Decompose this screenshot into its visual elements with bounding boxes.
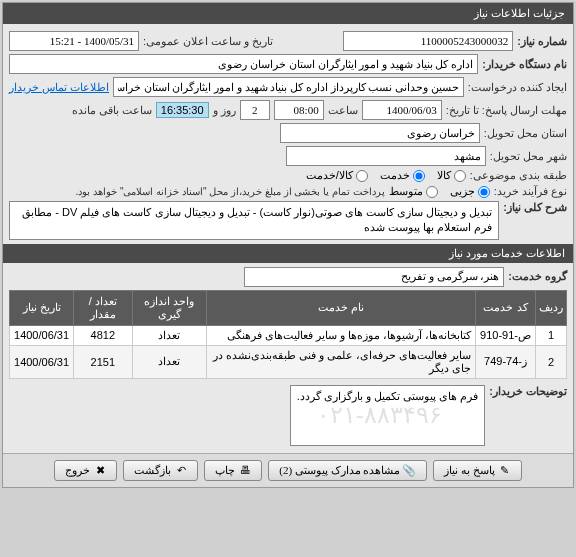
exit-icon: ✖ <box>94 464 106 476</box>
req-no-label: شماره نیاز: <box>517 35 567 48</box>
table-cell: تعداد <box>132 325 206 345</box>
table-row[interactable]: 2ز-74-749سایر فعالیت‌های حرفه‌ای، علمی و… <box>10 345 567 378</box>
group-input[interactable] <box>244 267 504 287</box>
table-header: ردیف <box>536 290 567 325</box>
table-header: نام خدمت <box>206 290 476 325</box>
attachments-button[interactable]: 📎 مشاهده مدارک پیوستی (2) <box>268 460 427 481</box>
radio-goods[interactable]: کالا <box>437 169 466 182</box>
radio-medium[interactable]: متوسط <box>389 185 438 198</box>
print-icon: 🖶 <box>239 464 251 476</box>
remaining-time: 16:35:30 <box>156 102 209 118</box>
table-header: تاریخ نیاز <box>10 290 74 325</box>
button-bar: ✎ پاسخ به نیاز 📎 مشاهده مدارک پیوستی (2)… <box>3 453 573 487</box>
print-button[interactable]: 🖶 چاپ <box>204 460 262 481</box>
table-cell: کتابخانه‌ها، آرشیوها، موزه‌ها و سایر فعا… <box>206 325 476 345</box>
remain-label: ساعت باقی مانده <box>72 104 152 117</box>
description-box: تبدیل و دیجیتال سازی کاست های صوتی(نوار … <box>9 201 499 240</box>
contact-link[interactable]: اطلاعات تماس خریدار <box>9 81 109 94</box>
province-label: استان محل تحویل: <box>484 127 567 140</box>
back-button[interactable]: ↶ بازگشت <box>123 460 198 481</box>
services-subheader: اطلاعات خدمات مورد نیاز <box>3 244 573 263</box>
process-radio-group: جزیی متوسط <box>389 185 490 198</box>
req-no-input[interactable] <box>343 31 513 51</box>
table-cell: تعداد <box>132 345 206 378</box>
buyer-label: نام دستگاه خریدار: <box>482 58 567 71</box>
days-label: روز و <box>213 104 236 117</box>
table-header: واحد اندازه گیری <box>132 290 206 325</box>
table-cell: 1400/06/31 <box>10 325 74 345</box>
deadline-date-input[interactable] <box>362 100 442 120</box>
desc-label: شرح کلی نیاز: <box>503 201 567 214</box>
radio-small[interactable]: جزیی <box>450 185 490 198</box>
days-input[interactable] <box>240 100 270 120</box>
reply-button[interactable]: ✎ پاسخ به نیاز <box>433 460 522 481</box>
reply-icon: ✎ <box>499 464 511 476</box>
group-label: گروه خدمت: <box>508 270 567 283</box>
panel-title: جزئیات اطلاعات نیاز <box>3 3 573 24</box>
creator-label: ایجاد کننده درخواست: <box>468 81 567 94</box>
table-cell: ز-74-749 <box>476 345 536 378</box>
buyer-notes-box: فرم های پیوستی تکمیل و بارگزاری گردد. ۰۲… <box>290 385 485 446</box>
process-label: نوع فرآیند خرید: <box>494 185 567 198</box>
announce-label: تاریخ و ساعت اعلان عمومی: <box>143 35 273 48</box>
attachment-icon: 📎 <box>404 464 416 476</box>
deadline-label: مهلت ارسال پاسخ: تا تاریخ: <box>446 104 567 117</box>
back-icon: ↶ <box>175 464 187 476</box>
services-table: ردیفکد خدمتنام خدمتواحد اندازه گیریتعداد… <box>9 290 567 379</box>
province-input[interactable] <box>280 123 480 143</box>
exit-button[interactable]: ✖ خروج <box>54 460 117 481</box>
table-header: کد خدمت <box>476 290 536 325</box>
table-cell: 2 <box>536 345 567 378</box>
subject-type-label: طبقه بندی موضوعی: <box>470 169 567 182</box>
creator-input[interactable] <box>113 77 464 97</box>
radio-both[interactable]: کالا/خدمت <box>306 169 368 182</box>
time-label-1: ساعت <box>328 104 358 117</box>
watermark-text: ۰۲۱-۸۸۳۴۹۶ <box>317 403 442 429</box>
table-row[interactable]: 1ص-91-910کتابخانه‌ها، آرشیوها، موزه‌ها و… <box>10 325 567 345</box>
announce-input[interactable] <box>9 31 139 51</box>
deadline-time-input[interactable] <box>274 100 324 120</box>
form-body: شماره نیاز: تاریخ و ساعت اعلان عمومی: نا… <box>3 24 573 453</box>
buyer-notes-label: توضیحات خریدار: <box>489 385 567 398</box>
radio-service[interactable]: خدمت <box>380 169 425 182</box>
city-input[interactable] <box>286 146 486 166</box>
table-cell: 1 <box>536 325 567 345</box>
table-header: تعداد / مقدار <box>74 290 133 325</box>
table-cell: سایر فعالیت‌های حرفه‌ای، علمی و فنی طبقه… <box>206 345 476 378</box>
process-note: پرداخت تمام یا بخشی از مبلغ خرید،از محل … <box>76 186 385 197</box>
table-cell: 4812 <box>74 325 133 345</box>
table-cell: 1400/06/31 <box>10 345 74 378</box>
table-cell: ص-91-910 <box>476 325 536 345</box>
table-cell: 2151 <box>74 345 133 378</box>
subject-radio-group: کالا خدمت کالا/خدمت <box>306 169 466 182</box>
main-panel: جزئیات اطلاعات نیاز شماره نیاز: تاریخ و … <box>2 2 574 488</box>
buyer-notes-text: فرم های پیوستی تکمیل و بارگزاری گردد. <box>297 390 478 403</box>
buyer-input[interactable] <box>9 54 478 74</box>
city-label: شهر محل تحویل: <box>490 150 567 163</box>
